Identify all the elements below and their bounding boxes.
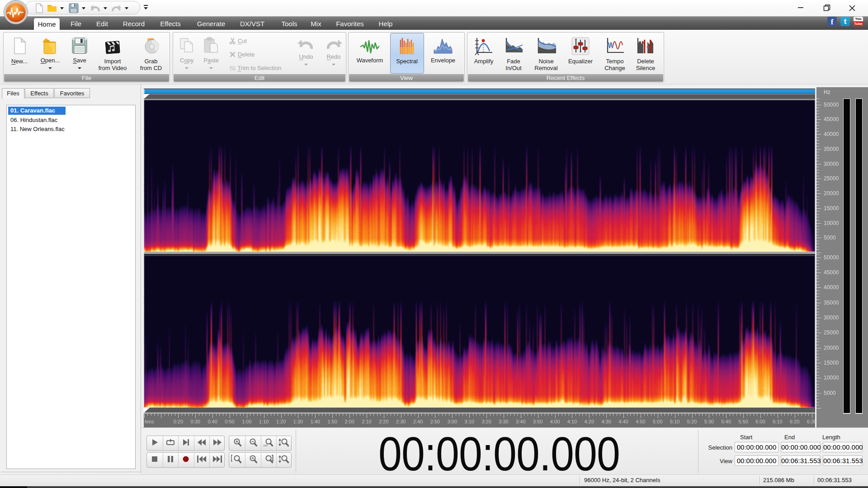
svg-text:100: 100 [263,444,268,447]
